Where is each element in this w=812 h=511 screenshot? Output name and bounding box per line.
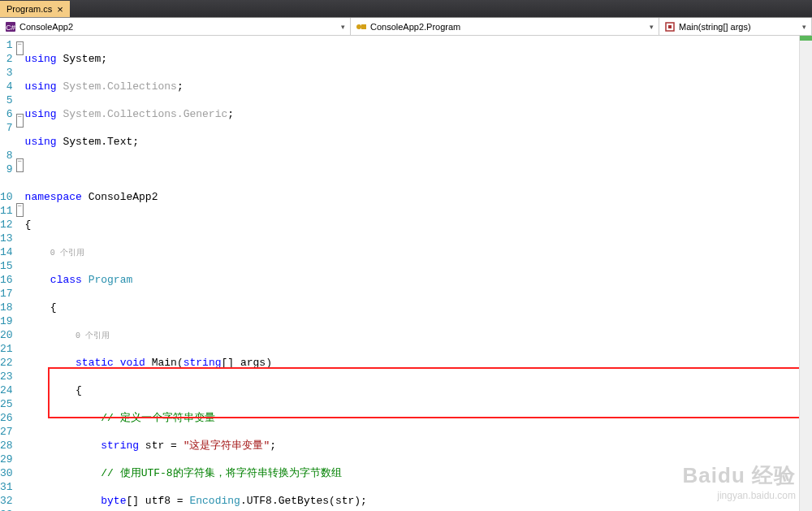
class-icon [356,21,367,32]
method-dropdown-label: Main(string[] args) [679,22,751,32]
csharp-project-icon: C# [5,21,16,32]
vertical-scrollbar[interactable] [799,36,812,511]
references-codelens[interactable]: 0 个引用 [50,249,84,258]
chevron-down-icon: ▾ [650,23,654,31]
class-dropdown[interactable]: ConsoleApp2.Program ▾ [351,18,659,35]
tab-program-cs[interactable]: Program.cs × [0,1,70,17]
svg-text:C#: C# [6,24,15,32]
project-dropdown[interactable]: C# ConsoleApp2 ▾ [0,18,351,35]
close-icon[interactable]: × [57,3,63,15]
chevron-down-icon: ▾ [802,23,806,31]
chevron-down-icon: ▾ [341,23,345,31]
class-dropdown-label: ConsoleApp2.Program [370,22,460,32]
code-content[interactable]: using System; using System.Collections; … [24,36,812,511]
tab-bar: Program.cs × [0,0,812,18]
fold-gutter: −−−− [16,36,24,511]
tab-filename: Program.cs [6,4,52,14]
navigation-dropdowns: C# ConsoleApp2 ▾ ConsoleApp2.Program ▾ M… [0,18,812,36]
method-icon [664,21,676,32]
svg-rect-5 [668,25,672,28]
references-codelens[interactable]: 0 个引用 [76,331,110,340]
svg-point-2 [356,24,361,29]
method-dropdown[interactable]: Main(string[] args) ▾ [659,18,812,35]
project-dropdown-label: ConsoleApp2 [19,22,73,32]
scrollbar-change-marker [800,36,812,41]
svg-rect-3 [361,24,366,29]
code-editor[interactable]: 1234567891011121314151617181920212223242… [0,36,812,511]
line-number-gutter: 1234567891011121314151617181920212223242… [0,36,16,511]
